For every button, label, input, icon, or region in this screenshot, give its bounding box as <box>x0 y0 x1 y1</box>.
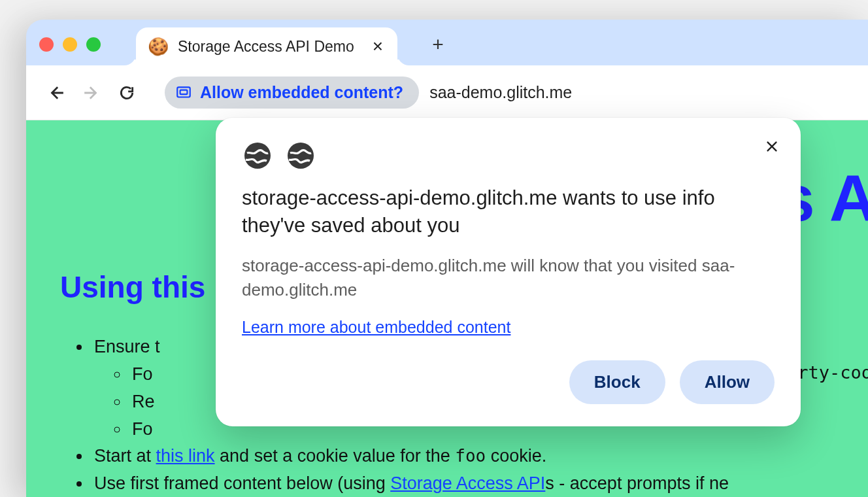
svg-point-2 <box>244 143 271 169</box>
text: cookie. <box>486 446 546 466</box>
toolbar: Allow embedded content? saa-demo.glitch.… <box>26 65 868 120</box>
svg-point-3 <box>288 143 314 169</box>
permission-dialog: storage-access-api-demo.glitch.me wants … <box>216 118 801 426</box>
embedded-content-icon <box>175 84 192 101</box>
dialog-actions: Block Allow <box>242 360 775 404</box>
tab-strip: 🍪 Storage Access API Demo × + <box>26 20 868 65</box>
permission-chip-label: Allow embedded content? <box>200 83 403 102</box>
window-close-button[interactable] <box>39 37 54 52</box>
dialog-icons <box>242 140 775 171</box>
list-item: Start at this link and set a cookie valu… <box>92 443 729 470</box>
dialog-description: storage-access-api-demo.glitch.me will k… <box>242 254 775 302</box>
svg-rect-1 <box>180 90 188 94</box>
permission-chip[interactable]: Allow embedded content? <box>165 77 419 109</box>
this-link[interactable]: this link <box>156 446 215 466</box>
text: Ensure t <box>94 337 160 356</box>
learn-more-link[interactable]: Learn more about embedded content <box>242 318 510 337</box>
text: s - accept prompts if ne <box>545 473 729 493</box>
url-text: saa-demo.glitch.me <box>429 83 572 102</box>
reload-button[interactable] <box>112 78 141 107</box>
code: foo <box>455 446 486 466</box>
new-tab-button[interactable]: + <box>426 33 450 56</box>
text: Re <box>132 392 155 411</box>
dialog-title: storage-access-api-demo.glitch.me wants … <box>242 184 775 239</box>
allow-button[interactable]: Allow <box>680 360 775 404</box>
window-maximize-button[interactable] <box>86 37 101 52</box>
globe-icon <box>285 140 316 171</box>
globe-icon <box>242 140 273 171</box>
text: Fo <box>132 364 153 384</box>
text: Use first framed content below (using <box>94 473 390 493</box>
browser-tab[interactable]: 🍪 Storage Access API Demo × <box>136 27 397 65</box>
text: Start at <box>94 446 156 466</box>
section-heading: Using this <box>60 269 205 305</box>
reload-icon <box>118 84 135 101</box>
list-item: Use first framed content below (using St… <box>92 470 729 497</box>
tab-title: Storage Access API Demo <box>178 38 354 56</box>
close-icon <box>765 139 779 154</box>
arrow-right-icon <box>83 84 100 101</box>
omnibox[interactable]: Allow embedded content? saa-demo.glitch.… <box>165 77 572 109</box>
forward-button[interactable] <box>77 78 106 107</box>
traffic-lights <box>39 37 101 52</box>
svg-rect-0 <box>177 87 190 97</box>
tab-close-button[interactable]: × <box>373 37 383 56</box>
tab-favicon: 🍪 <box>148 38 169 55</box>
dialog-close-button[interactable] <box>759 133 785 160</box>
window-minimize-button[interactable] <box>63 37 77 52</box>
back-button[interactable] <box>42 78 71 107</box>
arrow-left-icon <box>48 84 65 101</box>
text: Fo <box>132 419 153 439</box>
storage-access-api-link[interactable]: Storage Access API <box>390 473 545 493</box>
text: and set a cookie value for the <box>215 446 456 466</box>
browser-window: 🍪 Storage Access API Demo × + Allow embe… <box>26 20 868 497</box>
block-button[interactable]: Block <box>569 360 665 404</box>
